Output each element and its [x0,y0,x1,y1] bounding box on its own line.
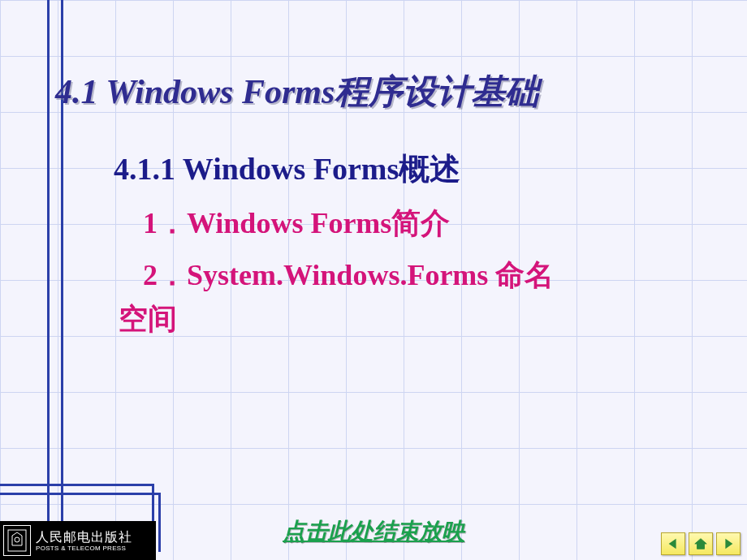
svg-marker-2 [669,539,676,549]
publisher-logo-icon [3,525,31,556]
slide-subtitle: 4.1.1 Windows Forms概述 [55,149,747,190]
svg-point-1 [15,537,19,542]
slide-title: 4.1 Windows Forms程序设计基础 [55,69,747,114]
publisher-name-cn: 人民邮电出版社 [36,529,132,545]
list-item-2-line1: 2．System.Windows.Forms 命名 [143,259,554,291]
svg-marker-4 [725,539,732,549]
list-item-2-line2: 空间 [119,297,682,341]
svg-rect-0 [8,530,26,551]
list-item-2: 2．System.Windows.Forms 命名 空间 [55,253,747,341]
publisher-name-en: POSTS & TELECOM PRESS [36,545,132,553]
next-button[interactable] [716,532,741,555]
list-item-1: 1．Windows Forms简介 [55,201,747,245]
prev-button[interactable] [661,532,685,555]
svg-marker-3 [695,539,706,549]
publisher-text: 人民邮电出版社 POSTS & TELECOM PRESS [36,529,132,553]
end-slideshow-link[interactable]: 点击此处结束放映 [283,516,464,547]
slide-content: 4.1 Windows Forms程序设计基础 4.1.1 Windows Fo… [0,0,747,341]
publisher-block: 人民邮电出版社 POSTS & TELECOM PRESS [0,521,156,560]
home-button[interactable] [689,532,713,555]
nav-buttons [661,532,741,555]
